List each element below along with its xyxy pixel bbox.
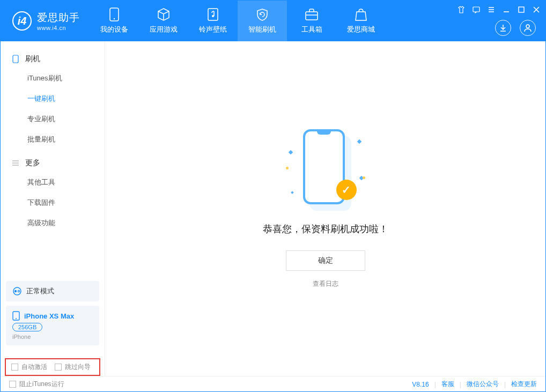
app-name: 爱思助手	[37, 11, 80, 25]
tab-label: 爱思商城	[347, 25, 375, 34]
svg-point-10	[14, 290, 17, 292]
tab-smart-flash[interactable]: 智能刷机	[238, 1, 287, 41]
checkbox-block-itunes[interactable]: 阻止iTunes运行	[9, 380, 64, 389]
sidebar-item-batch-flash[interactable]: 批量刷机	[1, 129, 105, 150]
sidebar-item-other-tools[interactable]: 其他工具	[1, 172, 105, 193]
download-icon[interactable]	[495, 20, 511, 36]
main-tabs: 我的设备 应用游戏 铃声壁纸 智能刷机 工具箱 爱思商城	[90, 1, 386, 41]
options-highlight-box: 自动激活 跳过向导	[5, 358, 100, 376]
tab-label: 工具箱	[301, 25, 322, 34]
minimize-icon[interactable]	[503, 6, 510, 13]
svg-rect-5	[473, 7, 479, 12]
svg-rect-6	[519, 7, 524, 12]
tab-apps-games[interactable]: 应用游戏	[139, 1, 188, 41]
device-storage-badge: 256GB	[12, 323, 42, 331]
view-log-link[interactable]: 查看日志	[313, 279, 338, 289]
ok-button[interactable]: 确定	[286, 250, 365, 271]
tab-toolbox[interactable]: 工具箱	[287, 1, 336, 41]
mode-icon	[12, 286, 22, 296]
cube-icon	[157, 8, 171, 21]
checkbox-label: 阻止iTunes运行	[19, 380, 64, 389]
footer-wechat-link[interactable]: 微信公众号	[467, 380, 499, 389]
check-icon: ✓	[336, 180, 357, 200]
feedback-icon[interactable]	[473, 6, 480, 13]
device-name: iPhone XS Max	[24, 312, 74, 320]
note-icon	[206, 8, 220, 21]
tab-label: 铃声壁纸	[199, 25, 227, 34]
tab-label: 智能刷机	[248, 25, 276, 34]
device-phone-icon	[12, 311, 20, 321]
checkbox-label: 跳过向导	[65, 363, 91, 372]
group-label: 更多	[25, 158, 40, 168]
sidebar-item-onekey-flash[interactable]: 一键刷机	[1, 88, 105, 109]
logo: i4 爱思助手 www.i4.cn	[1, 11, 90, 31]
sidebar-item-pro-flash[interactable]: 专业刷机	[1, 109, 105, 129]
svg-rect-2	[208, 9, 218, 20]
list-icon	[11, 159, 20, 167]
svg-point-11	[18, 290, 19, 292]
briefcase-icon	[305, 8, 319, 21]
svg-point-13	[16, 318, 17, 319]
menu-icon[interactable]	[488, 6, 495, 13]
version-label: V8.16	[412, 381, 429, 388]
logo-icon: i4	[12, 11, 32, 31]
mode-card[interactable]: 正常模式	[6, 281, 99, 301]
checkbox-auto-activate[interactable]: 自动激活	[11, 363, 47, 372]
phone-icon	[107, 8, 121, 21]
tab-label: 我的设备	[100, 25, 128, 34]
footer-update-link[interactable]: 检查更新	[511, 380, 537, 389]
tab-my-device[interactable]: 我的设备	[90, 1, 139, 41]
app-url: www.i4.cn	[37, 25, 80, 31]
success-message: 恭喜您，保资料刷机成功啦！	[263, 223, 388, 235]
sidebar-item-itunes-flash[interactable]: iTunes刷机	[1, 68, 105, 88]
window-controls	[458, 6, 540, 13]
checkbox-skip-guide[interactable]: 跳过向导	[55, 363, 91, 372]
svg-point-1	[114, 18, 115, 19]
success-illustration: ✓	[293, 129, 358, 210]
sidebar-group-flash[interactable]: 刷机	[1, 50, 105, 68]
group-label: 刷机	[25, 54, 40, 64]
header-action-icons	[495, 20, 536, 36]
bag-icon	[354, 8, 368, 21]
checkbox-label: 自动激活	[21, 363, 47, 372]
user-icon[interactable]	[520, 20, 536, 36]
phone-outline-icon	[11, 55, 20, 63]
svg-point-3	[212, 15, 214, 17]
device-card[interactable]: iPhone XS Max 256GB iPhone	[6, 306, 99, 345]
tab-label: 应用游戏	[150, 25, 178, 34]
tab-ringtone-wallpaper[interactable]: 铃声壁纸	[188, 1, 238, 41]
close-icon[interactable]	[533, 6, 540, 13]
svg-rect-8	[13, 55, 18, 63]
footer: 阻止iTunes运行 V8.16 | 客服 | 微信公众号 | 检查更新	[1, 376, 545, 392]
footer-support-link[interactable]: 客服	[441, 380, 454, 389]
svg-point-7	[526, 25, 529, 28]
tab-store[interactable]: 爱思商城	[336, 1, 386, 41]
shirt-icon[interactable]	[458, 6, 465, 13]
svg-rect-4	[306, 12, 318, 20]
refresh-shield-icon	[255, 8, 269, 21]
app-header: i4 爱思助手 www.i4.cn 我的设备 应用游戏 铃声壁纸 智能刷机 工具…	[1, 1, 545, 41]
sidebar-item-download-firmware[interactable]: 下载固件	[1, 193, 105, 213]
device-type: iPhone	[12, 334, 93, 340]
main-content: ✓ 恭喜您，保资料刷机成功啦！ 确定 查看日志	[105, 41, 545, 376]
sidebar-group-more[interactable]: 更多	[1, 154, 105, 172]
sidebar: 刷机 iTunes刷机 一键刷机 专业刷机 批量刷机 更多 其他工具 下载固件 …	[1, 41, 105, 376]
mode-label: 正常模式	[26, 286, 54, 296]
sidebar-item-advanced[interactable]: 高级功能	[1, 213, 105, 233]
maximize-icon[interactable]	[518, 6, 525, 13]
